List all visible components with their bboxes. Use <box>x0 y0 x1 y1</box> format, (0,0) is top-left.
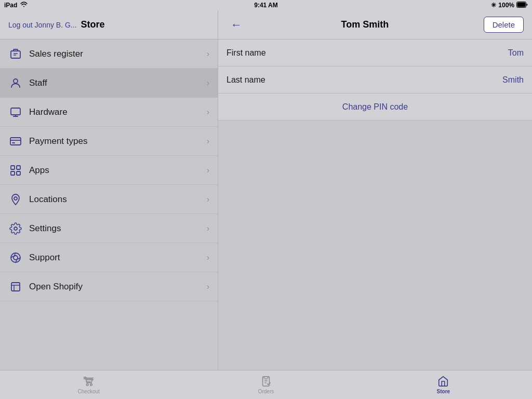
checkout-icon <box>83 375 95 388</box>
change-pin-label: Change PIN code <box>342 102 408 112</box>
orders-icon <box>260 375 272 388</box>
last-name-row: Last name Smith <box>218 66 532 94</box>
chevron-right-icon: › <box>207 166 209 175</box>
back-button[interactable]: ← <box>227 16 246 34</box>
left-panel: Log out Jonny B. G... Store Sales regist <box>0 10 218 370</box>
sidebar-label-hardware: Hardware <box>29 107 207 117</box>
sidebar-label-locations: Locations <box>29 194 207 205</box>
svg-rect-16 <box>17 171 20 175</box>
svg-point-19 <box>11 253 20 262</box>
ipad-label: iPad <box>4 2 17 9</box>
last-name-value: Smith <box>502 75 524 85</box>
sidebar-label-payment-types: Payment types <box>29 136 207 147</box>
svg-rect-13 <box>11 166 15 169</box>
battery-icon <box>516 2 528 9</box>
right-panel-title: Tom Smith <box>341 19 389 30</box>
svg-point-30 <box>86 384 88 386</box>
tab-checkout[interactable]: Checkout <box>0 370 177 399</box>
delete-button[interactable]: Delete <box>484 17 524 33</box>
register-icon <box>8 47 23 61</box>
chevron-right-icon: › <box>207 195 209 204</box>
first-name-label: First name <box>227 48 508 58</box>
left-header: Log out Jonny B. G... Store <box>0 10 218 39</box>
first-name-row: First name Tom <box>218 39 532 66</box>
tab-orders-label: Orders <box>258 389 274 394</box>
chevron-right-icon: › <box>207 224 209 233</box>
settings-icon <box>8 221 23 236</box>
svg-rect-7 <box>11 108 20 115</box>
status-right: ✳ 100% <box>491 2 528 9</box>
svg-rect-3 <box>11 51 20 58</box>
svg-point-17 <box>14 197 17 200</box>
apps-icon <box>8 163 23 178</box>
store-icon <box>437 375 449 388</box>
svg-point-20 <box>14 256 18 260</box>
payment-icon <box>8 134 23 149</box>
chevron-right-icon: › <box>207 78 209 88</box>
svg-rect-15 <box>11 171 15 175</box>
wifi-icon <box>20 2 28 9</box>
sidebar-item-hardware[interactable]: Hardware › <box>0 98 218 127</box>
svg-point-0 <box>23 6 24 7</box>
main-container: Log out Jonny B. G... Store Sales regist <box>0 10 532 399</box>
tab-orders[interactable]: Orders <box>177 370 354 399</box>
chevron-right-icon: › <box>207 282 209 291</box>
chevron-right-icon: › <box>207 253 209 262</box>
location-icon <box>8 192 23 207</box>
sidebar-item-open-shopify[interactable]: Open Shopify › <box>0 272 218 301</box>
sidebar-item-sales-register[interactable]: Sales register › <box>0 39 218 69</box>
store-title: Store <box>81 19 105 30</box>
sidebar-label-apps: Apps <box>29 165 207 176</box>
support-icon <box>8 250 23 265</box>
svg-rect-14 <box>17 166 20 169</box>
last-name-label: Last name <box>227 75 502 85</box>
svg-rect-2 <box>517 2 526 7</box>
sidebar-item-support[interactable]: Support › <box>0 243 218 272</box>
content-area: Log out Jonny B. G... Store Sales regist <box>0 10 532 370</box>
tab-checkout-label: Checkout <box>78 389 100 394</box>
nav-list: Sales register › Staff › <box>0 39 218 370</box>
sidebar-item-settings[interactable]: Settings › <box>0 214 218 243</box>
form-section: First name Tom Last name Smith <box>218 39 532 94</box>
sidebar-label-staff: Staff <box>29 78 207 88</box>
staff-icon <box>8 76 23 90</box>
status-bar: iPad 9:41 AM ✳ 100% <box>0 0 532 10</box>
sidebar-label-settings: Settings <box>29 223 207 234</box>
svg-point-18 <box>14 227 17 230</box>
change-pin-row[interactable]: Change PIN code <box>218 94 532 121</box>
sidebar-item-locations[interactable]: Locations › <box>0 185 218 214</box>
chevron-right-icon: › <box>207 137 209 146</box>
tab-store[interactable]: Store <box>355 370 532 399</box>
right-panel: ← Tom Smith Delete First name Tom Last n… <box>218 10 532 370</box>
sidebar-label-open-shopify: Open Shopify <box>29 282 207 292</box>
svg-point-31 <box>90 384 92 386</box>
first-name-value: Tom <box>508 48 524 58</box>
svg-rect-25 <box>11 283 20 291</box>
tab-store-label: Store <box>437 389 450 394</box>
battery-percent: 100% <box>498 2 514 9</box>
svg-rect-10 <box>10 138 21 145</box>
sidebar-label-sales-register: Sales register <box>29 49 207 59</box>
sidebar-item-payment-types[interactable]: Payment types › <box>0 127 218 156</box>
tab-bar: Checkout Orders Store <box>0 370 532 399</box>
hardware-icon <box>8 105 23 119</box>
svg-point-6 <box>14 79 18 83</box>
right-header: ← Tom Smith Delete <box>218 10 532 39</box>
shopify-icon <box>8 280 23 294</box>
sidebar-item-staff[interactable]: Staff › <box>0 69 218 98</box>
chevron-right-icon: › <box>207 49 209 59</box>
status-left: iPad <box>4 2 28 9</box>
bluetooth-icon: ✳ <box>491 2 496 9</box>
sidebar-item-apps[interactable]: Apps › <box>0 156 218 185</box>
status-time: 9:41 AM <box>254 2 278 9</box>
sidebar-label-support: Support <box>29 252 207 263</box>
logout-text[interactable]: Log out Jonny B. G... <box>8 21 77 29</box>
chevron-right-icon: › <box>207 108 209 117</box>
